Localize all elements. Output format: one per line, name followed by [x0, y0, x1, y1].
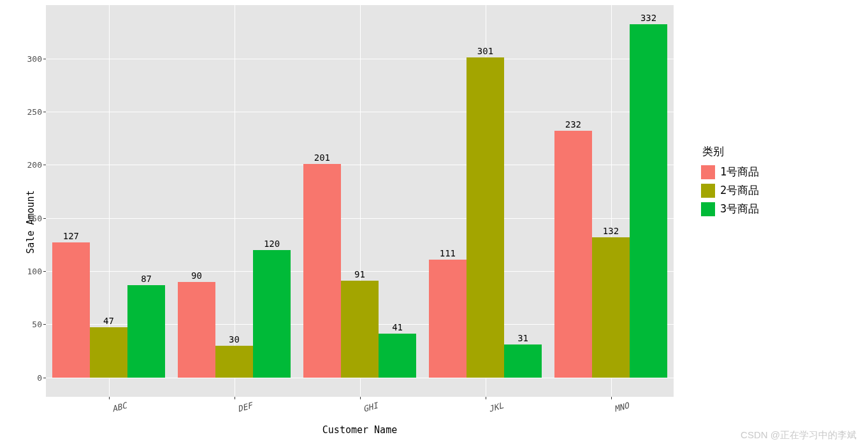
bar-value-label: 31	[517, 333, 528, 343]
legend: 类别 1号商品2号商品3号商品	[695, 140, 768, 226]
bar	[592, 237, 630, 378]
bar	[341, 281, 379, 378]
y-tick-label: 250	[27, 107, 42, 117]
bar	[467, 57, 504, 378]
x-tick-label: GHI	[362, 401, 379, 414]
legend-item: 3号商品	[701, 200, 759, 218]
bar	[127, 285, 165, 378]
legend-swatch	[701, 184, 715, 198]
bar	[379, 334, 416, 377]
y-tick-label: 50	[32, 320, 42, 329]
bar-value-label: 41	[392, 322, 403, 332]
bar-value-label: 90	[191, 270, 202, 281]
bar-value-label: 120	[264, 239, 280, 249]
y-tick-label: 100	[27, 266, 42, 276]
bar	[253, 250, 291, 378]
legend-label: 2号商品	[720, 183, 759, 198]
legend-swatch	[701, 202, 715, 216]
bar	[90, 327, 127, 377]
bar-value-label: 91	[354, 269, 365, 279]
bar-value-label: 47	[103, 316, 114, 326]
x-axis-label: Customer Name	[46, 424, 674, 436]
legend-item: 1号商品	[701, 163, 759, 181]
bar-value-label: 87	[141, 274, 152, 284]
x-tick-label: MNO	[613, 401, 630, 414]
bar-value-label: 301	[477, 46, 493, 56]
x-tick-label: DEF	[236, 401, 254, 414]
bar-value-label: 201	[314, 152, 330, 163]
plot-panel: 12747879030120201914111130131232132332	[46, 5, 674, 397]
bar	[52, 242, 90, 378]
legend-item: 2号商品	[701, 181, 759, 200]
y-tick-label: 200	[27, 160, 42, 170]
bar-value-label: 332	[640, 13, 656, 23]
legend-label: 1号商品	[720, 165, 759, 179]
bar	[215, 346, 253, 378]
y-tick-label: 0	[37, 373, 42, 382]
bar	[554, 131, 592, 378]
bar-value-label: 30	[229, 334, 240, 344]
bar-value-label: 132	[603, 226, 619, 236]
bar	[303, 164, 341, 378]
legend-title: 类别	[701, 144, 759, 159]
x-tick-label: ABC	[111, 401, 128, 414]
legend-swatch	[701, 165, 715, 179]
bar-value-label: 232	[565, 119, 581, 130]
bar-value-label: 111	[440, 248, 456, 258]
y-tick-label: 300	[27, 54, 42, 63]
y-tick-label: 150	[27, 213, 42, 223]
bar	[178, 282, 215, 378]
bar	[504, 344, 542, 378]
bar	[630, 24, 667, 377]
bar	[429, 260, 467, 378]
watermark: CSDN @正在学习中的李斌	[741, 429, 857, 441]
x-tick-label: JKL	[488, 401, 505, 414]
bar-value-label: 127	[63, 231, 79, 241]
legend-label: 3号商品	[720, 202, 759, 216]
